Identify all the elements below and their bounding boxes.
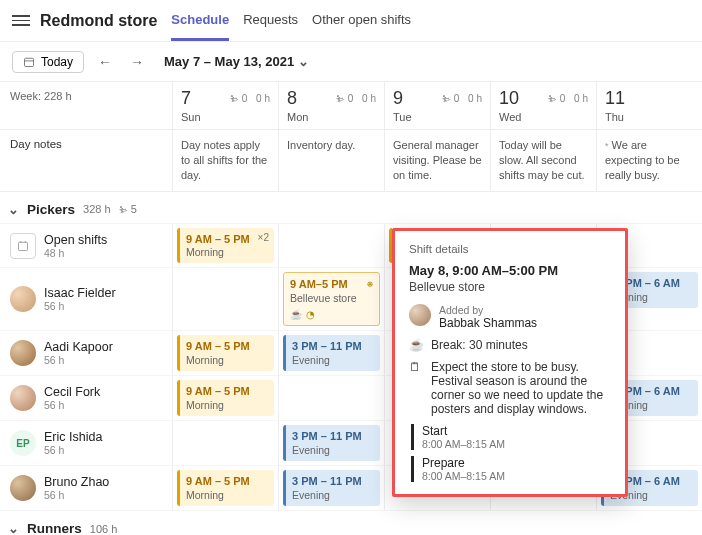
slot[interactable]: 3 PM – 11 PM Evening — [278, 331, 384, 376]
popover-title: May 8, 9:00 AM–5:00 PM — [409, 263, 611, 278]
group-name: Pickers — [27, 202, 75, 217]
people-icon: ⛷ — [119, 205, 128, 215]
day-note-thu[interactable]: * We are expecting to be really busy. — [596, 130, 702, 191]
day-name: Sun — [181, 111, 270, 123]
slot[interactable]: 3 PM – 11 PM Evening — [278, 466, 384, 511]
shift[interactable]: 9 AM – 5 PM Morning — [177, 335, 274, 371]
prev-week-button[interactable]: ← — [94, 51, 116, 73]
clock-icon: ◔ — [306, 308, 315, 321]
chevron-down-icon — [8, 202, 19, 217]
today-label: Today — [41, 55, 73, 69]
cup-icon: ☕ — [409, 338, 423, 352]
slot[interactable]: 3 PM – 11 PM Evening — [278, 421, 384, 466]
popover-added-by: Added by Babbak Shammas — [409, 304, 611, 330]
slot[interactable] — [278, 376, 384, 421]
open-shift-sun[interactable]: 9 AM – 5 PM Morning ×2 — [177, 228, 274, 264]
group-hours: 328 h — [83, 203, 111, 215]
day-head-wed[interactable]: 10 ⛷0 0 h Wed — [490, 82, 596, 129]
tab-other-open-shifts[interactable]: Other open shifts — [312, 0, 411, 41]
popover-heading: Shift details — [409, 243, 611, 255]
tab-schedule[interactable]: Schedule — [171, 0, 229, 41]
day-note-mon[interactable]: Inventory day. — [278, 130, 384, 191]
shift-selected[interactable]: 9 AM–5 PM ⎈ Bellevue store ☕ ◔ — [283, 272, 380, 326]
avatar — [10, 385, 36, 411]
person-row-header[interactable]: EP Eric Ishida 56 h — [0, 421, 172, 466]
next-week-button[interactable]: → — [126, 51, 148, 73]
popover-location: Bellevue store — [409, 280, 611, 294]
today-button[interactable]: Today — [12, 51, 84, 73]
slot[interactable] — [172, 268, 278, 331]
shift-multiplier: ×2 — [258, 231, 269, 244]
day-note-tue[interactable]: General manager visiting. Please be on t… — [384, 130, 490, 191]
popover-activity: Start 8:00 AM–8:15 AM — [411, 424, 611, 450]
shift[interactable]: 9 AM – 5 PM Morning — [177, 380, 274, 416]
avatar — [409, 304, 431, 326]
svg-rect-2 — [19, 242, 28, 250]
person-row-header[interactable]: Aadi Kapoor 56 h — [0, 331, 172, 376]
people-icon: ⛷ — [336, 94, 345, 104]
people-icon: ⛷ — [442, 94, 451, 104]
person-row-header[interactable]: Cecil Fork 56 h — [0, 376, 172, 421]
day-num: 7 — [181, 88, 191, 109]
shift[interactable]: 3 PM – 11 PM Evening — [283, 425, 380, 461]
slot[interactable]: 9 AM – 5 PM Morning — [172, 331, 278, 376]
group-hours: 106 h — [90, 523, 118, 535]
group-runners-header[interactable]: Runners 106 h — [0, 511, 702, 535]
day-note-sun[interactable]: Day notes apply to all shifts for the da… — [172, 130, 278, 191]
chevron-down-icon — [298, 54, 309, 69]
day-head-mon[interactable]: 8 ⛷0 0 h Mon — [278, 82, 384, 129]
shift[interactable]: 3 PM – 11 PM Evening — [283, 470, 380, 506]
open-shifts-label: Open shifts — [44, 233, 107, 247]
svg-rect-0 — [25, 58, 34, 66]
person-name: Isaac Fielder — [44, 286, 116, 300]
people-icon: ⛷ — [548, 94, 557, 104]
toolbar: Today ← → May 7 – May 13, 2021 — [0, 42, 702, 82]
date-range-label: May 7 – May 13, 2021 — [164, 54, 294, 69]
avatar — [10, 340, 36, 366]
day-head-sun[interactable]: 7 ⛷0 0 h Sun — [172, 82, 278, 129]
tab-requests[interactable]: Requests — [243, 0, 298, 41]
top-bar: Redmond store Schedule Requests Other op… — [0, 0, 702, 42]
slot[interactable]: 9 AM–5 PM ⎈ Bellevue store ☕ ◔ — [278, 268, 384, 331]
person-hours: 56 h — [44, 300, 116, 312]
day-note-wed[interactable]: Today will be slow. All second shifts ma… — [490, 130, 596, 191]
open-shifts-hours: 48 h — [44, 247, 107, 259]
menu-icon[interactable] — [12, 15, 30, 25]
avatar — [10, 286, 36, 312]
day-head-tue[interactable]: 9 ⛷0 0 h Tue — [384, 82, 490, 129]
slot[interactable] — [172, 421, 278, 466]
store-name: Redmond store — [40, 12, 157, 30]
chevron-down-icon — [8, 521, 19, 535]
popover-activity: Prepare 8:00 AM–8:15 AM — [411, 456, 611, 482]
break-icon: ☕ — [290, 308, 302, 321]
shift-details-popover: Shift details May 8, 9:00 AM–5:00 PM Bel… — [392, 228, 628, 497]
avatar — [10, 475, 36, 501]
slot-open-mon[interactable] — [278, 224, 384, 269]
week-hours-label: Week: 228 h — [0, 82, 172, 129]
people-icon: ⛷ — [230, 94, 239, 104]
group-pickers-header[interactable]: Pickers 328 h ⛷ 5 — [0, 192, 702, 224]
slot-open-sun[interactable]: 9 AM – 5 PM Morning ×2 — [172, 224, 278, 269]
date-range-picker[interactable]: May 7 – May 13, 2021 — [164, 54, 309, 69]
calendar-icon — [23, 56, 35, 68]
open-shift-icon — [10, 233, 36, 259]
shift[interactable]: 3 PM – 11 PM Evening — [283, 335, 380, 371]
avatar: EP — [10, 430, 36, 456]
day-notes-label: Day notes — [0, 130, 172, 191]
day-header-row: Week: 228 h 7 ⛷0 0 h Sun 8 ⛷0 0 h Mon 9 … — [0, 82, 702, 130]
open-shifts-row-header[interactable]: Open shifts 48 h — [0, 224, 172, 269]
person-row-header[interactable]: Isaac Fielder 56 h — [0, 268, 172, 331]
popover-break-row: ☕ Break: 30 minutes — [409, 338, 611, 352]
slot[interactable]: 9 AM – 5 PM Morning — [172, 376, 278, 421]
note-icon: 🗒 — [409, 360, 423, 374]
shift[interactable]: 9 AM – 5 PM Morning — [177, 470, 274, 506]
group-name: Runners — [27, 521, 82, 535]
note-indicator-icon: * — [605, 141, 609, 151]
popover-note-row: 🗒 Expect the store to be busy. Festival … — [409, 360, 611, 416]
location-pin-icon: ⎈ — [367, 277, 373, 291]
tabs: Schedule Requests Other open shifts — [171, 0, 411, 41]
day-head-thu[interactable]: 11 Thu — [596, 82, 702, 129]
day-notes-row: Day notes Day notes apply to all shifts … — [0, 130, 702, 192]
person-row-header[interactable]: Bruno Zhao 56 h — [0, 466, 172, 511]
slot[interactable]: 9 AM – 5 PM Morning — [172, 466, 278, 511]
